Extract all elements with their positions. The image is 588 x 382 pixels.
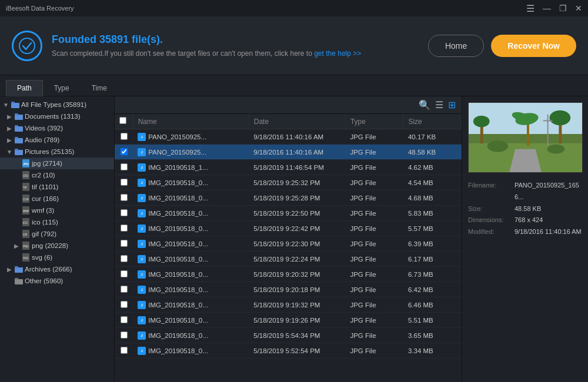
row-checkbox[interactable]: [121, 331, 128, 339]
search-icon[interactable]: 🔍: [419, 99, 430, 110]
sidebar-item-archives[interactable]: ▶ Archives (2666): [0, 263, 114, 275]
close-button[interactable]: ✕: [575, 4, 582, 13]
row-checkbox[interactable]: [121, 179, 128, 186]
sidebar-item-all[interactable]: ▼ All File Types (35891): [0, 99, 114, 110]
svg-point-45: [547, 145, 565, 154]
sidebar-item-png[interactable]: ▶ PNG png (20228): [0, 240, 114, 252]
row-date: 5/18/2019 9:25:28 PM: [249, 190, 345, 206]
row-size: 40.17 KB: [403, 129, 462, 145]
table-row[interactable]: JIMG_20190518_0...5/18/2019 9:20:32 PMJP…: [115, 267, 462, 282]
sidebar-item-documents[interactable]: ▶ Documents (1313): [0, 110, 114, 122]
table-row[interactable]: JIMG_20190518_1...5/18/2019 11:46:54 PMJ…: [115, 160, 462, 175]
svg-text:GIF: GIF: [23, 233, 28, 236]
row-checkbox[interactable]: [121, 133, 128, 140]
main-area: ▼ All File Types (35891) ▶ Documents (13…: [0, 96, 588, 382]
table-row[interactable]: JIMG_20190518_0...5/18/2019 5:52:54 PMJP…: [115, 343, 462, 358]
row-checkbox-cell: [115, 282, 133, 297]
sidebar-item-tif[interactable]: TIF tif (1101): [0, 181, 114, 193]
modified-value: 9/18/2016 11:40:16 AM: [514, 226, 582, 238]
sidebar-item-jpg[interactable]: JPG jpg (2714): [0, 158, 114, 169]
row-type: JPG File: [345, 313, 403, 328]
row-size: 6.39 MB: [403, 236, 462, 252]
select-all-checkbox[interactable]: [119, 117, 126, 124]
meta-modified-row: Modified: 9/18/2016 11:40:16 AM: [468, 226, 582, 238]
row-size: 3.65 MB: [403, 328, 462, 343]
maximize-button[interactable]: ❐: [559, 4, 567, 13]
sidebar-label: cr2 (10): [32, 172, 112, 179]
row-checkbox[interactable]: [121, 347, 128, 354]
row-size: 5.83 MB: [403, 206, 462, 221]
jpg-file-icon: J: [138, 286, 146, 294]
row-checkbox[interactable]: [121, 301, 128, 308]
file-name-text: IMG_20190518_0...: [148, 210, 208, 217]
sidebar-item-other[interactable]: Other (5960): [0, 275, 114, 287]
table-row[interactable]: JIMG_20190518_0...5/18/2019 9:20:18 PMJP…: [115, 282, 462, 297]
row-checkbox-cell: [115, 267, 133, 282]
file-name-text: IMG_20190518_0...: [148, 317, 208, 324]
row-date: 5/18/2019 5:54:34 PM: [249, 328, 345, 343]
row-checkbox[interactable]: [121, 148, 128, 155]
file-icon: SVG: [22, 253, 30, 262]
svg-point-0: [19, 38, 35, 53]
row-checkbox-cell: [115, 343, 133, 358]
sidebar-label: svg (6): [32, 254, 112, 261]
row-checkbox[interactable]: [121, 240, 128, 247]
table-row[interactable]: JIMG_20190518_0...5/18/2019 9:25:28 PMJP…: [115, 190, 462, 206]
sidebar-item-gif[interactable]: GIF gif (792): [0, 228, 114, 240]
sidebar-item-videos[interactable]: ▶ Videos (392): [0, 122, 114, 134]
list-view-icon[interactable]: ☰: [435, 99, 443, 110]
sidebar-item-ico[interactable]: ICO ico (115): [0, 216, 114, 228]
sidebar-item-cr2[interactable]: CR2 cr2 (10): [0, 169, 114, 181]
row-checkbox[interactable]: [121, 286, 128, 293]
table-row[interactable]: JPANO_20150925...9/18/2016 11:40:16 AMJP…: [115, 145, 462, 160]
expand-icon: [13, 183, 20, 190]
svg-rect-46: [547, 115, 549, 146]
row-checkbox[interactable]: [121, 209, 128, 216]
row-checkbox[interactable]: [121, 270, 128, 277]
row-name: JIMG_20190518_0...: [133, 236, 249, 252]
recover-now-button[interactable]: Recover Now: [491, 35, 576, 57]
tab-time[interactable]: Time: [81, 80, 118, 96]
home-button[interactable]: Home: [428, 35, 484, 57]
minimize-button[interactable]: —: [543, 4, 551, 13]
help-link[interactable]: get the help >>: [314, 49, 361, 58]
sidebar-item-svg[interactable]: SVG svg (6): [0, 252, 114, 263]
table-row[interactable]: JIMG_20190518_0...5/18/2019 9:22:24 PMJP…: [115, 252, 462, 267]
row-checkbox[interactable]: [121, 255, 128, 262]
row-checkbox[interactable]: [121, 316, 128, 323]
table-row[interactable]: JIMG_20190518_0...5/18/2019 9:19:26 PMJP…: [115, 313, 462, 328]
jpg-file-icon: J: [138, 224, 146, 233]
tab-type[interactable]: Type: [43, 80, 81, 96]
folder-icon: [15, 136, 23, 144]
grid-view-icon[interactable]: ⊞: [448, 99, 456, 110]
table-row[interactable]: JIMG_20190518_0...5/18/2019 9:22:42 PMJP…: [115, 221, 462, 236]
row-checkbox-cell: [115, 328, 133, 343]
sidebar-item-audio[interactable]: ▶ Audio (789): [0, 134, 114, 146]
title-bar: iBeesoft Data Recovery ☰ — ❐ ✕: [0, 0, 588, 16]
svg-rect-47: [543, 120, 553, 122]
tab-path[interactable]: Path: [6, 80, 43, 96]
table-row[interactable]: JPANO_20150925...9/18/2016 11:40:16 AMJP…: [115, 129, 462, 145]
sidebar-item-pictures[interactable]: ▼ Pictures (25135): [0, 146, 114, 158]
sidebar-item-wmf[interactable]: WMF wmf (3): [0, 205, 114, 216]
meta-filename-row: Filename: PANO_20150925_1656...: [468, 180, 582, 203]
expand-icon: [13, 219, 20, 226]
row-checkbox[interactable]: [121, 163, 128, 170]
table-row[interactable]: JIMG_20190518_0...5/18/2019 9:22:50 PMJP…: [115, 206, 462, 221]
table-row[interactable]: JIMG_20190518_0...5/18/2019 5:54:34 PMJP…: [115, 328, 462, 343]
sidebar-item-cur[interactable]: CUR cur (166): [0, 193, 114, 205]
dimensions-value: 768 x 424: [514, 215, 543, 226]
sidebar-label: Documents (1313): [25, 113, 112, 120]
table-row[interactable]: JIMG_20190518_0...5/18/2019 9:22:30 PMJP…: [115, 236, 462, 252]
table-row[interactable]: JIMG_20190518_0...5/18/2019 9:25:32 PMJP…: [115, 175, 462, 190]
row-checkbox[interactable]: [121, 224, 128, 232]
sidebar-label: jpg (2714): [32, 160, 112, 167]
row-type: JPG File: [345, 175, 403, 190]
hamburger-icon[interactable]: ☰: [526, 3, 534, 14]
folder-icon: [15, 148, 23, 156]
row-checkbox[interactable]: [121, 194, 128, 201]
file-area: 🔍 ☰ ⊞ Name Date Type Size JPANO_20150925…: [115, 96, 462, 382]
svg-rect-10: [15, 149, 18, 150]
preview-svg: [469, 103, 582, 172]
table-row[interactable]: JIMG_20190518_0...5/18/2019 9:19:32 PMJP…: [115, 297, 462, 313]
